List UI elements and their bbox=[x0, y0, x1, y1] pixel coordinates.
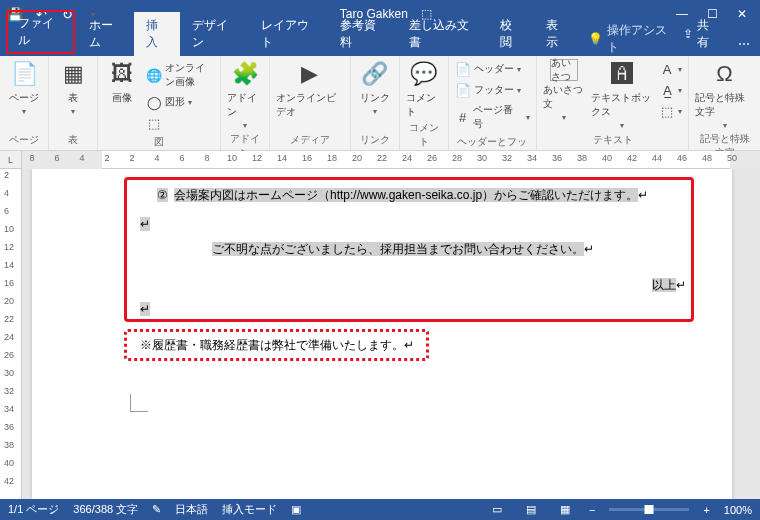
ruler-v-num: 6 bbox=[4, 206, 9, 216]
zoom-in-button[interactable]: + bbox=[703, 504, 709, 516]
vertical-ruler[interactable]: L 246101214162022242630323436384042 bbox=[0, 169, 22, 499]
tab-bar: ファイル ホーム 挿入 デザイン レイアウト 参考資料 差し込み文書 校閲 表示… bbox=[0, 28, 760, 56]
ruler-v-num: 24 bbox=[4, 332, 14, 342]
link-icon: 🔗 bbox=[360, 59, 390, 89]
status-words[interactable]: 366/388 文字 bbox=[73, 502, 138, 517]
view-web-button[interactable]: ▦ bbox=[555, 502, 575, 518]
online-video-button[interactable]: ▶ オンラインビデオ bbox=[276, 59, 343, 119]
textbox-icon: 🅰 bbox=[607, 59, 637, 89]
doc-line-1: ② 会場案内図はホームページ（http://www.gaken-seika.co… bbox=[157, 187, 648, 204]
tab-design[interactable]: デザイン bbox=[180, 12, 249, 56]
comment-icon: 💬 bbox=[409, 59, 439, 89]
greeting-icon: あいさつ bbox=[550, 59, 578, 81]
bulb-icon: 💡 bbox=[588, 32, 603, 46]
image-button[interactable]: 🖼 画像 bbox=[104, 59, 140, 105]
zoom-slider[interactable] bbox=[609, 508, 689, 511]
share-button[interactable]: ⇪ 共有 bbox=[673, 12, 728, 56]
ruler-h-num: 6 bbox=[179, 153, 184, 163]
page-number-icon: # bbox=[455, 109, 471, 125]
ruler-v-num: 26 bbox=[4, 350, 14, 360]
ruler-h-num: 28 bbox=[452, 153, 462, 163]
status-page[interactable]: 1/1 ページ bbox=[8, 502, 59, 517]
table-button[interactable]: ▦ 表 ▾ bbox=[55, 59, 91, 116]
close-button[interactable]: ✕ bbox=[728, 3, 756, 25]
smartart-button[interactable]: ⬚ bbox=[146, 113, 214, 133]
addins-icon: 🧩 bbox=[230, 59, 260, 89]
ruler-h-num: 46 bbox=[677, 153, 687, 163]
view-print-button[interactable]: ▤ bbox=[521, 502, 541, 518]
tab-file[interactable]: ファイル bbox=[6, 10, 75, 54]
table-icon: ▦ bbox=[58, 59, 88, 89]
document-scroll[interactable]: ② 会場案内図はホームページ（http://www.gaken-seika.co… bbox=[22, 169, 760, 499]
ruler-v-num: 22 bbox=[4, 314, 14, 324]
footer-button[interactable]: 📄 フッター ▾ bbox=[455, 80, 531, 100]
ruler-h-num: 20 bbox=[352, 153, 362, 163]
tell-me[interactable]: 💡 操作アシスト bbox=[588, 22, 672, 56]
ruler-h-num: 4 bbox=[154, 153, 159, 163]
ribbon-group-headerfooter: 📄 ヘッダー ▾ 📄 フッター ▾ # ページ番号 ▾ ヘッダーとフッター bbox=[449, 56, 538, 150]
zoom-level[interactable]: 100% bbox=[724, 504, 752, 516]
group-label-pages: ページ bbox=[6, 131, 42, 150]
header-icon: 📄 bbox=[455, 61, 471, 77]
ruler-h-num: 8 bbox=[29, 153, 34, 163]
status-language[interactable]: 日本語 bbox=[175, 502, 208, 517]
comment-button[interactable]: 💬 コメント bbox=[406, 59, 442, 119]
header-button[interactable]: 📄 ヘッダー ▾ bbox=[455, 59, 531, 79]
ruler-h-num: 2 bbox=[104, 153, 109, 163]
tab-review[interactable]: 校閲 bbox=[488, 12, 534, 56]
doc-line-2: ご不明な点がございましたら、採用担当までお問い合わせください。↵ bbox=[212, 241, 594, 258]
ruler-v-num: 40 bbox=[4, 458, 14, 468]
status-spellcheck-icon[interactable]: ✎ bbox=[152, 503, 161, 516]
status-macro-icon[interactable]: ▣ bbox=[291, 503, 301, 516]
image-icon: 🖼 bbox=[107, 59, 137, 89]
ribbon-group-comments: 💬 コメント コメント bbox=[400, 56, 449, 150]
horizontal-ruler[interactable]: 8642246810121416182022242628303234363840… bbox=[22, 151, 760, 169]
document-page[interactable]: ② 会場案内図はホームページ（http://www.gaken-seika.co… bbox=[32, 169, 732, 499]
ruler-v-num: 14 bbox=[4, 260, 14, 270]
wordart-icon: A bbox=[659, 61, 675, 77]
view-read-button[interactable]: ▭ bbox=[487, 502, 507, 518]
shapes-button[interactable]: ◯ 図形 ▾ bbox=[146, 92, 214, 112]
tab-layout[interactable]: レイアウト bbox=[249, 12, 329, 56]
online-images-button[interactable]: 🌐 オンライン画像 bbox=[146, 59, 214, 91]
ruler-v-num: 32 bbox=[4, 386, 14, 396]
tab-insert[interactable]: 挿入 bbox=[134, 12, 180, 56]
textbox-button[interactable]: 🅰 テキストボックス ▾ bbox=[591, 59, 653, 130]
ruler-h-num: 14 bbox=[277, 153, 287, 163]
ruler-h-num: 38 bbox=[577, 153, 587, 163]
tab-references[interactable]: 参考資料 bbox=[328, 12, 397, 56]
ribbon-group-tables: ▦ 表 ▾ 表 bbox=[49, 56, 98, 150]
dropcap-icon: A̲ bbox=[659, 82, 675, 98]
ribbon-group-text: あいさつ あいさつ文 ▾ 🅰 テキストボックス ▾ A▾ A̲▾ ⬚▾ テキスト bbox=[537, 56, 689, 150]
ruler-h-num: 40 bbox=[602, 153, 612, 163]
ruler-h-num: 48 bbox=[702, 153, 712, 163]
greeting-button[interactable]: あいさつ あいさつ文 ▾ bbox=[543, 59, 585, 122]
zoom-out-button[interactable]: − bbox=[589, 504, 595, 516]
link-button[interactable]: 🔗 リンク ▾ bbox=[357, 59, 393, 116]
doc-line-3: 以上↵ bbox=[652, 277, 686, 294]
doc-mark-1: ↵ bbox=[140, 217, 150, 232]
doc-mark-2: ↵ bbox=[140, 302, 150, 317]
ruler-h-num: 24 bbox=[402, 153, 412, 163]
status-mode[interactable]: 挿入モード bbox=[222, 502, 277, 517]
tab-home[interactable]: ホーム bbox=[77, 12, 134, 56]
wordart-button[interactable]: A▾ bbox=[659, 59, 682, 79]
tab-view[interactable]: 表示 bbox=[534, 12, 580, 56]
ribbon-group-illustrations: 🖼 画像 🌐 オンライン画像 ◯ 図形 ▾ ⬚ 図 bbox=[98, 56, 221, 150]
symbol-button[interactable]: Ω 記号と特殊文字 ▾ bbox=[695, 59, 754, 130]
ribbon-options-button[interactable]: ⋯ bbox=[728, 32, 760, 56]
ruler-v-num: 36 bbox=[4, 422, 14, 432]
group-label-links: リンク bbox=[357, 131, 393, 150]
ribbon-group-symbols: Ω 記号と特殊文字 ▾ 記号と特殊文字 bbox=[689, 56, 760, 150]
group-label-text: テキスト bbox=[543, 131, 682, 150]
ruler-v-num: 34 bbox=[4, 404, 14, 414]
page-number-button[interactable]: # ページ番号 ▾ bbox=[455, 101, 531, 133]
addins-button[interactable]: 🧩 アドイン ▾ bbox=[227, 59, 263, 130]
pages-button[interactable]: 📄 ページ ▾ bbox=[6, 59, 42, 116]
ribbon: 📄 ページ ▾ ページ ▦ 表 ▾ 表 🖼 画像 🌐 オ bbox=[0, 56, 760, 151]
group-label-media: メディア bbox=[276, 131, 343, 150]
object-button[interactable]: ⬚▾ bbox=[659, 101, 682, 121]
ruler-h-num: 16 bbox=[302, 153, 312, 163]
dropcap-button[interactable]: A̲▾ bbox=[659, 80, 682, 100]
tab-mailings[interactable]: 差し込み文書 bbox=[397, 12, 488, 56]
